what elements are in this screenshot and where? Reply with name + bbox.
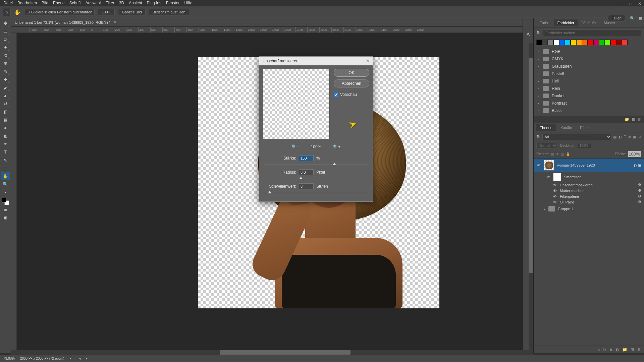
swatch-folder[interactable]: ▸CMYK — [534, 55, 644, 63]
radius-slider[interactable] — [264, 176, 368, 181]
dialog-titlebar[interactable]: Unscharf maskieren ✕ — [259, 57, 373, 65]
color-swatch[interactable] — [593, 40, 599, 45]
cancel-button[interactable]: Abbrechen — [334, 79, 369, 87]
lock-position-icon[interactable]: ✥ — [556, 152, 559, 156]
edit-toolbar-icon[interactable]: ⋯ — [1, 188, 10, 196]
zoom-in-icon[interactable]: 🔍+ — [333, 144, 340, 149]
fit-image-button[interactable]: Ganzes Bild — [118, 9, 145, 15]
amount-slider[interactable] — [264, 162, 368, 167]
swatch-folder[interactable]: ▸Dunkel — [534, 92, 644, 100]
menu-auswahl[interactable]: Auswahl — [86, 1, 101, 5]
threshold-input[interactable] — [299, 183, 314, 189]
delete-swatch-icon[interactable]: 🗑 — [638, 117, 641, 121]
menu-ansicht[interactable]: Ansicht — [129, 1, 142, 5]
tab-ebenen[interactable]: Ebenen — [536, 124, 556, 131]
menu-hilfe[interactable]: Hilfe — [184, 1, 193, 5]
lock-pixels-icon[interactable]: ▦ — [551, 152, 554, 156]
layer-row-group[interactable]: ▸ Gruppe 1 — [534, 205, 644, 213]
window-maximize-icon[interactable]: □ — [630, 1, 632, 6]
delete-layer-icon[interactable]: 🗑 — [637, 347, 641, 352]
filter-options-icon[interactable]: ⚙ — [638, 200, 641, 204]
color-swatch[interactable] — [605, 40, 610, 45]
lock-all-icon[interactable]: 🔒 — [566, 152, 570, 156]
color-swatch[interactable] — [610, 40, 616, 45]
filter-pixel-icon[interactable]: ▦ — [613, 135, 616, 139]
radius-input[interactable] — [299, 169, 314, 175]
tab-farbfelder[interactable]: Farbfelder — [554, 19, 578, 26]
menu-fenster[interactable]: Fenster — [166, 1, 180, 5]
menu-bild[interactable]: Bild — [42, 1, 48, 5]
gradient-tool[interactable]: ▦ — [1, 116, 10, 123]
tab-kanaele[interactable]: Kanäle — [557, 124, 575, 131]
stamp-tool[interactable]: ▲ — [1, 92, 10, 99]
swatch-folder[interactable]: ▸Blass — [534, 107, 644, 114]
dialog-close-icon[interactable]: ✕ — [365, 58, 371, 63]
document-tab[interactable]: Unbenannt-1 bei 73,1% (woman-1439909_192… — [11, 18, 523, 27]
status-nav-right-icon[interactable]: ▸ — [86, 357, 88, 360]
filter-matter[interactable]: 👁Matter machen⚙ — [534, 188, 644, 193]
expand-icon[interactable]: ▸ — [544, 207, 546, 211]
type-tool[interactable]: T — [1, 148, 10, 156]
smartfilter-row[interactable]: 👁 Smartfilter — [534, 172, 644, 182]
filter-options-icon[interactable]: ⚙ — [638, 188, 641, 193]
ok-button[interactable]: OK — [334, 69, 369, 77]
swatch-folder[interactable]: ▸Hell — [534, 77, 644, 85]
tab-verlaeufe[interactable]: Verläufe — [579, 19, 599, 26]
tab-farbe[interactable]: Farbe — [536, 19, 553, 26]
swatch-folder[interactable]: ▸Kontrast — [534, 100, 644, 107]
home-icon[interactable]: ⌂ — [3, 8, 11, 16]
filter-options-icon[interactable]: ⚙ — [638, 194, 641, 198]
color-swatch[interactable] — [576, 40, 582, 45]
horizontal-scrollbar[interactable] — [11, 350, 533, 355]
heal-tool[interactable]: ✚ — [1, 76, 10, 83]
menu-schrift[interactable]: Schrift — [69, 1, 81, 5]
filter-options-icon[interactable]: ⚙ — [638, 183, 641, 187]
threshold-slider[interactable] — [264, 190, 368, 195]
menu-3d[interactable]: 3D — [119, 1, 124, 5]
window-minimize-icon[interactable]: — — [620, 1, 624, 6]
filter-shape-icon[interactable]: ▱ — [628, 135, 631, 139]
blend-mode-select[interactable]: Normal — [536, 143, 557, 148]
lasso-tool[interactable]: ⊃ — [1, 36, 10, 43]
color-swatch[interactable] — [588, 40, 593, 45]
menu-datei[interactable]: Datei — [3, 1, 13, 5]
filter-gallery[interactable]: 👁Filtergalerie⚙ — [534, 193, 644, 199]
color-swatch[interactable] — [571, 40, 576, 45]
zoom-out-icon[interactable]: 🔍− — [291, 144, 299, 149]
color-swatch[interactable] — [559, 40, 565, 45]
wand-tool[interactable]: ✦ — [1, 44, 10, 51]
search-icon[interactable]: 🔍 — [630, 16, 635, 20]
color-swatch[interactable] — [553, 40, 559, 45]
filter-type-icon[interactable]: T — [624, 135, 626, 139]
fill-screen-button[interactable]: Bildschirm ausfüllen — [149, 9, 189, 15]
layer-thumbnail[interactable] — [544, 160, 554, 171]
visibility-toggle[interactable]: 👁 — [546, 175, 550, 179]
history-brush-tool[interactable]: ↺ — [1, 100, 10, 107]
hand-tool[interactable]: ✋ — [1, 172, 10, 180]
window-close-icon[interactable]: ✕ — [638, 1, 641, 6]
color-swatch[interactable] — [548, 40, 553, 45]
new-layer-icon[interactable]: ⊞ — [631, 347, 634, 352]
swatch-folder[interactable]: ▸RGB — [534, 48, 644, 55]
adjustment-layer-icon[interactable]: ◐ — [615, 347, 619, 352]
swatch-folder[interactable]: ▸Rein — [534, 85, 644, 92]
color-swatch[interactable] — [542, 40, 548, 45]
link-layers-icon[interactable]: ⌀ — [597, 347, 600, 352]
menu-bearbeiten[interactable]: Bearbeiten — [17, 1, 37, 5]
swatch-search-input[interactable] — [543, 29, 641, 36]
close-tab-icon[interactable]: ✕ — [114, 20, 117, 24]
status-dimensions[interactable]: 2000 Px x 2000 Px (72 ppcm) — [20, 357, 64, 360]
new-swatch-icon[interactable]: ⊞ — [632, 117, 635, 122]
color-swatch[interactable] — [616, 40, 622, 45]
character-panel-icon[interactable]: A — [527, 32, 530, 37]
menu-ebene[interactable]: Ebene — [53, 1, 65, 5]
layer-filter-select[interactable]: Art — [542, 134, 612, 140]
scroll-all-windows-checkbox[interactable]: ☐Bildlauf in allen Fenstern durchführen — [24, 9, 95, 15]
color-swatch[interactable] — [536, 40, 542, 45]
amount-input[interactable] — [299, 155, 314, 161]
swatch-folder[interactable]: ▸Pastell — [534, 70, 644, 77]
filter-oilpaint[interactable]: 👁Oil Paint⚙ — [534, 199, 644, 205]
zoom-level-field[interactable]: 100% — [98, 9, 115, 15]
pen-tool[interactable]: ✒ — [1, 140, 10, 147]
dialog-preview[interactable] — [263, 69, 330, 139]
